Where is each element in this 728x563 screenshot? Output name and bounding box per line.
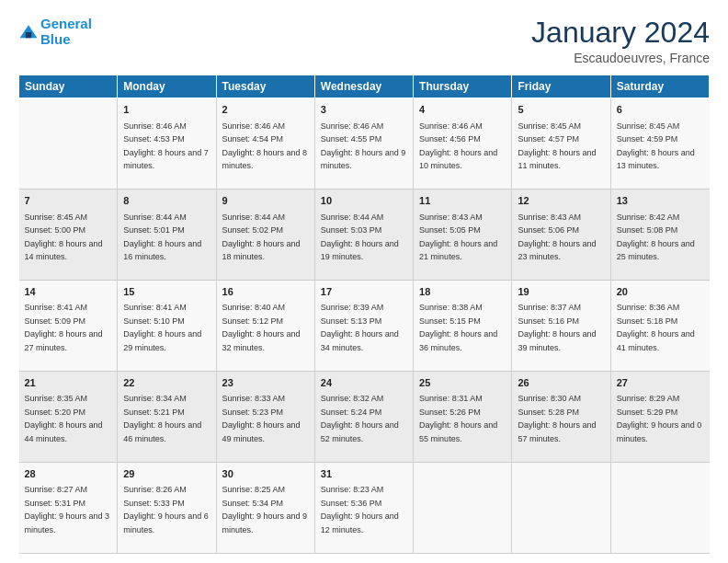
day-number: 29 bbox=[123, 467, 210, 481]
day-detail: Sunrise: 8:31 AMSunset: 5:26 PMDaylight:… bbox=[419, 394, 497, 443]
day-detail: Sunrise: 8:43 AMSunset: 5:05 PMDaylight:… bbox=[419, 213, 497, 262]
day-detail: Sunrise: 8:44 AMSunset: 5:03 PMDaylight:… bbox=[321, 213, 399, 262]
day-detail: Sunrise: 8:44 AMSunset: 5:01 PMDaylight:… bbox=[123, 213, 201, 262]
day-detail: Sunrise: 8:46 AMSunset: 4:56 PMDaylight:… bbox=[419, 121, 497, 171]
calendar-cell bbox=[610, 463, 709, 554]
header-row: Sunday Monday Tuesday Wednesday Thursday… bbox=[19, 75, 710, 98]
calendar-cell: 2Sunrise: 8:46 AMSunset: 4:54 PMDaylight… bbox=[216, 98, 314, 190]
day-number: 7 bbox=[25, 194, 112, 208]
day-detail: Sunrise: 8:41 AMSunset: 5:09 PMDaylight:… bbox=[25, 303, 103, 352]
day-detail: Sunrise: 8:42 AMSunset: 5:08 PMDaylight:… bbox=[617, 213, 695, 262]
day-detail: Sunrise: 8:34 AMSunset: 5:21 PMDaylight:… bbox=[123, 394, 201, 443]
day-detail: Sunrise: 8:44 AMSunset: 5:02 PMDaylight:… bbox=[222, 213, 301, 262]
calendar-cell: 13Sunrise: 8:42 AMSunset: 5:08 PMDayligh… bbox=[610, 190, 709, 281]
col-friday: Friday bbox=[512, 75, 610, 98]
day-number: 18 bbox=[419, 285, 506, 299]
day-number: 23 bbox=[222, 376, 309, 390]
calendar-cell: 23Sunrise: 8:33 AMSunset: 5:23 PMDayligh… bbox=[216, 372, 314, 463]
col-monday: Monday bbox=[118, 75, 216, 98]
calendar-cell: 24Sunrise: 8:32 AMSunset: 5:24 PMDayligh… bbox=[314, 372, 413, 463]
day-number: 9 bbox=[222, 194, 309, 208]
day-detail: Sunrise: 8:27 AMSunset: 5:31 PMDaylight:… bbox=[25, 485, 110, 534]
day-number: 8 bbox=[123, 194, 210, 208]
calendar-cell: 22Sunrise: 8:34 AMSunset: 5:21 PMDayligh… bbox=[118, 372, 216, 463]
calendar-cell: 20Sunrise: 8:36 AMSunset: 5:18 PMDayligh… bbox=[610, 281, 709, 372]
day-number: 15 bbox=[123, 285, 210, 299]
calendar-cell: 28Sunrise: 8:27 AMSunset: 5:31 PMDayligh… bbox=[19, 463, 118, 554]
calendar-cell: 18Sunrise: 8:38 AMSunset: 5:15 PMDayligh… bbox=[414, 281, 512, 372]
day-detail: Sunrise: 8:30 AMSunset: 5:28 PMDaylight:… bbox=[518, 394, 596, 443]
day-number: 26 bbox=[518, 376, 604, 390]
day-detail: Sunrise: 8:40 AMSunset: 5:12 PMDaylight:… bbox=[222, 303, 301, 352]
day-number: 14 bbox=[25, 285, 112, 299]
day-number: 21 bbox=[25, 376, 112, 390]
calendar-cell: 30Sunrise: 8:25 AMSunset: 5:34 PMDayligh… bbox=[216, 463, 314, 554]
calendar-cell: 1Sunrise: 8:46 AMSunset: 4:53 PMDaylight… bbox=[118, 98, 216, 190]
day-number: 28 bbox=[25, 467, 112, 481]
calendar-cell: 31Sunrise: 8:23 AMSunset: 5:36 PMDayligh… bbox=[314, 463, 413, 554]
calendar-cell: 3Sunrise: 8:46 AMSunset: 4:55 PMDaylight… bbox=[314, 98, 413, 190]
calendar-cell: 4Sunrise: 8:46 AMSunset: 4:56 PMDaylight… bbox=[414, 98, 512, 190]
calendar-week-0: 1Sunrise: 8:46 AMSunset: 4:53 PMDaylight… bbox=[19, 98, 710, 190]
calendar-cell: 26Sunrise: 8:30 AMSunset: 5:28 PMDayligh… bbox=[512, 372, 610, 463]
calendar-cell: 7Sunrise: 8:45 AMSunset: 5:00 PMDaylight… bbox=[19, 190, 118, 281]
day-number: 16 bbox=[222, 285, 309, 299]
day-number: 12 bbox=[518, 194, 604, 208]
day-detail: Sunrise: 8:41 AMSunset: 5:10 PMDaylight:… bbox=[123, 303, 201, 352]
day-detail: Sunrise: 8:23 AMSunset: 5:36 PMDaylight:… bbox=[321, 485, 399, 534]
calendar-cell bbox=[19, 98, 118, 190]
calendar-cell: 8Sunrise: 8:44 AMSunset: 5:01 PMDaylight… bbox=[118, 190, 216, 281]
calendar-cell: 27Sunrise: 8:29 AMSunset: 5:29 PMDayligh… bbox=[610, 372, 709, 463]
calendar-cell: 25Sunrise: 8:31 AMSunset: 5:26 PMDayligh… bbox=[414, 372, 512, 463]
calendar-cell bbox=[512, 463, 610, 554]
day-number: 25 bbox=[419, 376, 506, 390]
page: General Blue January 2024 Escaudoeuvres,… bbox=[0, 0, 728, 563]
day-detail: Sunrise: 8:26 AMSunset: 5:33 PMDaylight:… bbox=[123, 485, 209, 534]
col-tuesday: Tuesday bbox=[216, 75, 314, 98]
day-number: 6 bbox=[617, 103, 704, 117]
calendar-cell: 17Sunrise: 8:39 AMSunset: 5:13 PMDayligh… bbox=[314, 281, 413, 372]
day-number: 31 bbox=[321, 467, 407, 481]
day-detail: Sunrise: 8:33 AMSunset: 5:23 PMDaylight:… bbox=[222, 394, 301, 443]
day-detail: Sunrise: 8:46 AMSunset: 4:53 PMDaylight:… bbox=[123, 121, 209, 171]
day-detail: Sunrise: 8:35 AMSunset: 5:20 PMDaylight:… bbox=[25, 394, 103, 443]
day-detail: Sunrise: 8:36 AMSunset: 5:18 PMDaylight:… bbox=[617, 303, 695, 352]
calendar-cell: 12Sunrise: 8:43 AMSunset: 5:06 PMDayligh… bbox=[512, 190, 610, 281]
svg-rect-1 bbox=[26, 32, 31, 38]
day-detail: Sunrise: 8:29 AMSunset: 5:29 PMDaylight:… bbox=[617, 394, 702, 443]
calendar-cell: 14Sunrise: 8:41 AMSunset: 5:09 PMDayligh… bbox=[19, 281, 118, 372]
calendar-week-4: 28Sunrise: 8:27 AMSunset: 5:31 PMDayligh… bbox=[19, 463, 710, 554]
day-detail: Sunrise: 8:39 AMSunset: 5:13 PMDaylight:… bbox=[321, 303, 399, 352]
day-number: 11 bbox=[419, 194, 506, 208]
calendar-week-3: 21Sunrise: 8:35 AMSunset: 5:20 PMDayligh… bbox=[19, 372, 710, 463]
day-detail: Sunrise: 8:45 AMSunset: 4:59 PMDaylight:… bbox=[617, 121, 695, 171]
calendar-cell: 21Sunrise: 8:35 AMSunset: 5:20 PMDayligh… bbox=[19, 372, 118, 463]
calendar-cell: 10Sunrise: 8:44 AMSunset: 5:03 PMDayligh… bbox=[314, 190, 413, 281]
calendar-week-2: 14Sunrise: 8:41 AMSunset: 5:09 PMDayligh… bbox=[19, 281, 710, 372]
day-detail: Sunrise: 8:25 AMSunset: 5:34 PMDaylight:… bbox=[222, 485, 308, 534]
day-detail: Sunrise: 8:45 AMSunset: 4:57 PMDaylight:… bbox=[518, 121, 596, 171]
day-detail: Sunrise: 8:45 AMSunset: 5:00 PMDaylight:… bbox=[25, 213, 103, 262]
day-number: 10 bbox=[321, 194, 407, 208]
day-detail: Sunrise: 8:43 AMSunset: 5:06 PMDaylight:… bbox=[518, 213, 596, 262]
day-number: 30 bbox=[222, 467, 309, 481]
calendar-cell: 6Sunrise: 8:45 AMSunset: 4:59 PMDaylight… bbox=[610, 98, 709, 190]
day-number: 4 bbox=[419, 103, 506, 117]
main-title: January 2024 bbox=[531, 17, 710, 49]
day-number: 24 bbox=[321, 376, 407, 390]
day-number: 13 bbox=[617, 194, 704, 208]
calendar-cell: 16Sunrise: 8:40 AMSunset: 5:12 PMDayligh… bbox=[216, 281, 314, 372]
calendar-cell: 9Sunrise: 8:44 AMSunset: 5:02 PMDaylight… bbox=[216, 190, 314, 281]
day-detail: Sunrise: 8:37 AMSunset: 5:16 PMDaylight:… bbox=[518, 303, 596, 352]
day-detail: Sunrise: 8:46 AMSunset: 4:55 PMDaylight:… bbox=[321, 121, 406, 171]
day-detail: Sunrise: 8:38 AMSunset: 5:15 PMDaylight:… bbox=[419, 303, 497, 352]
calendar-week-1: 7Sunrise: 8:45 AMSunset: 5:00 PMDaylight… bbox=[19, 190, 710, 281]
day-number: 3 bbox=[321, 103, 407, 117]
col-sunday: Sunday bbox=[19, 75, 118, 98]
calendar-cell: 11Sunrise: 8:43 AMSunset: 5:05 PMDayligh… bbox=[414, 190, 512, 281]
header: General Blue January 2024 Escaudoeuvres,… bbox=[18, 17, 710, 65]
day-number: 22 bbox=[123, 376, 210, 390]
day-number: 1 bbox=[123, 103, 210, 117]
day-detail: Sunrise: 8:46 AMSunset: 4:54 PMDaylight:… bbox=[222, 121, 308, 171]
calendar-cell: 15Sunrise: 8:41 AMSunset: 5:10 PMDayligh… bbox=[118, 281, 216, 372]
